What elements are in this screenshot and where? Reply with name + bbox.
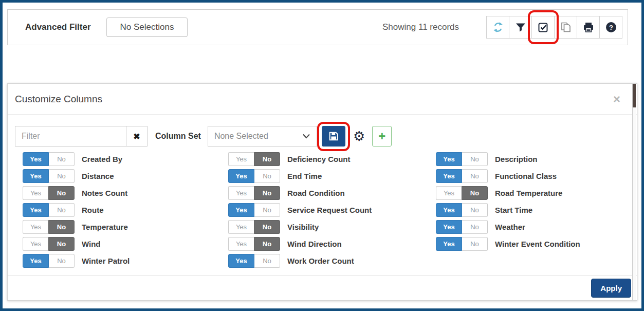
toggle-yes-segment[interactable]: Yes	[23, 186, 48, 200]
filter-button[interactable]	[509, 16, 532, 39]
toggle-no-segment[interactable]: No	[254, 203, 280, 217]
toggle-created-by[interactable]: YesNo	[23, 152, 75, 166]
toggle-winter-event-condition[interactable]: YesNo	[436, 237, 488, 251]
customize-columns-button[interactable]	[531, 16, 555, 39]
advanced-filter-label: Advanced Filter	[25, 22, 91, 32]
toggle-distance[interactable]: YesNo	[23, 169, 75, 183]
add-column-set-button[interactable]: +	[372, 126, 392, 147]
toggle-yes-segment[interactable]: Yes	[228, 237, 254, 251]
toggle-service-request-count[interactable]: YesNo	[228, 203, 280, 217]
toggle-yes-segment[interactable]: Yes	[23, 237, 48, 251]
toggle-row: YesNoRoute	[23, 202, 228, 218]
toggle-yes-segment[interactable]: Yes	[228, 203, 254, 217]
toggle-winter-patrol[interactable]: YesNo	[23, 254, 75, 268]
toggle-yes-segment[interactable]: Yes	[228, 186, 254, 200]
toggle-row: YesNoService Request Count	[228, 202, 436, 218]
toggle-yes-segment[interactable]: Yes	[436, 152, 462, 166]
toggle-label: Winter Patrol	[82, 257, 130, 265]
toggle-no-segment[interactable]: No	[462, 169, 488, 183]
toggle-label: Road Temperature	[495, 189, 562, 197]
toggle-row: YesNoWinter Patrol	[23, 252, 228, 269]
toggle-label: Deficiency Count	[287, 155, 351, 163]
toggle-start-time[interactable]: YesNo	[436, 203, 488, 217]
toggle-no-segment[interactable]: No	[462, 186, 488, 200]
print-button[interactable]	[577, 16, 600, 39]
toggle-deficiency-count[interactable]: YesNo	[228, 152, 280, 166]
toggle-label: Weather	[495, 223, 525, 231]
customize-columns-modal: Customize Columns × ✖ Column Set None Se…	[7, 83, 637, 301]
clear-icon: ✖	[133, 132, 140, 141]
toggle-no-segment[interactable]: No	[462, 203, 488, 217]
toggle-no-segment[interactable]: No	[254, 152, 280, 166]
toggle-yes-segment[interactable]: Yes	[23, 220, 48, 234]
toggle-row: YesNoRoad Temperature	[436, 185, 630, 202]
toggle-yes-segment[interactable]: Yes	[436, 220, 462, 234]
toggle-row: YesNoFunctional Class	[436, 168, 630, 185]
toggle-row: YesNoDeficiency Count	[228, 151, 436, 168]
settings-button[interactable]: ⚙	[352, 130, 366, 143]
toggle-no-segment[interactable]: No	[49, 152, 75, 166]
modal-title: Customize Columns	[15, 94, 613, 105]
toggle-route[interactable]: YesNo	[23, 203, 75, 217]
toggle-no-segment[interactable]: No	[462, 152, 488, 166]
toggle-no-segment[interactable]: No	[254, 254, 280, 268]
copy-button[interactable]	[554, 16, 577, 39]
toggle-no-segment[interactable]: No	[49, 254, 75, 268]
toggle-yes-segment[interactable]: Yes	[228, 169, 254, 183]
save-column-set-button[interactable]	[322, 126, 345, 147]
scrollbar-thumb[interactable]	[633, 84, 636, 107]
save-icon	[328, 131, 339, 142]
apply-button[interactable]: Apply	[591, 279, 631, 298]
toggle-yes-segment[interactable]: Yes	[228, 254, 254, 268]
toggle-label: Temperature	[82, 223, 128, 231]
toggle-yes-segment[interactable]: Yes	[23, 254, 49, 268]
toggle-no-segment[interactable]: No	[254, 237, 280, 251]
column-set-dropdown[interactable]: None Selected	[208, 126, 317, 147]
no-selections-button[interactable]: No Selections	[106, 17, 188, 37]
toggle-notes-count[interactable]: YesNo	[23, 186, 75, 200]
refresh-button[interactable]	[486, 16, 509, 39]
toggle-no-segment[interactable]: No	[254, 169, 280, 183]
clear-filter-button[interactable]: ✖	[126, 126, 148, 147]
refresh-icon	[492, 21, 504, 33]
toggle-no-segment[interactable]: No	[49, 203, 75, 217]
toggle-wind-direction[interactable]: YesNo	[228, 237, 280, 251]
toggle-no-segment[interactable]: No	[254, 186, 280, 200]
toggle-end-time[interactable]: YesNo	[228, 169, 280, 183]
toggle-no-segment[interactable]: No	[48, 220, 75, 234]
toggle-road-condition[interactable]: YesNo	[228, 186, 280, 200]
toggle-work-order-count[interactable]: YesNo	[228, 254, 280, 268]
toggle-functional-class[interactable]: YesNo	[436, 169, 488, 183]
toggle-yes-segment[interactable]: Yes	[436, 169, 462, 183]
toggle-description[interactable]: YesNo	[436, 152, 488, 166]
toggle-no-segment[interactable]: No	[48, 186, 75, 200]
toggle-weather[interactable]: YesNo	[436, 220, 488, 234]
column-set-value: None Selected	[214, 132, 268, 141]
toggle-yes-segment[interactable]: Yes	[228, 152, 254, 166]
filter-icon	[514, 21, 527, 33]
toggle-no-segment[interactable]: No	[462, 237, 488, 251]
toggle-yes-segment[interactable]: Yes	[23, 203, 49, 217]
modal-scrollbar[interactable]	[632, 84, 636, 300]
toggle-visibility[interactable]: YesNo	[228, 220, 280, 234]
toggle-wind[interactable]: YesNo	[23, 237, 75, 251]
toggle-no-segment[interactable]: No	[462, 220, 488, 234]
toggle-road-temperature[interactable]: YesNo	[436, 186, 488, 200]
help-button[interactable]: ?	[599, 16, 622, 39]
filter-input[interactable]	[15, 126, 126, 147]
toggle-yes-segment[interactable]: Yes	[23, 152, 49, 166]
toggle-yes-segment[interactable]: Yes	[228, 220, 254, 234]
toggle-no-segment[interactable]: No	[254, 220, 280, 234]
toggle-yes-segment[interactable]: Yes	[23, 169, 49, 183]
close-icon[interactable]: ×	[613, 93, 620, 105]
grid-toolbar: ?	[487, 16, 622, 39]
records-count-text: Showing 11 records	[382, 22, 459, 32]
toggle-yes-segment[interactable]: Yes	[436, 203, 462, 217]
modal-controls-row: ✖ Column Set None Selected	[15, 126, 630, 147]
toggle-yes-segment[interactable]: Yes	[436, 237, 462, 251]
toggle-yes-segment[interactable]: Yes	[436, 186, 462, 200]
toggle-no-segment[interactable]: No	[48, 237, 75, 251]
toggle-no-segment[interactable]: No	[49, 169, 75, 183]
toggle-temperature[interactable]: YesNo	[23, 220, 75, 234]
help-icon: ?	[605, 21, 617, 33]
